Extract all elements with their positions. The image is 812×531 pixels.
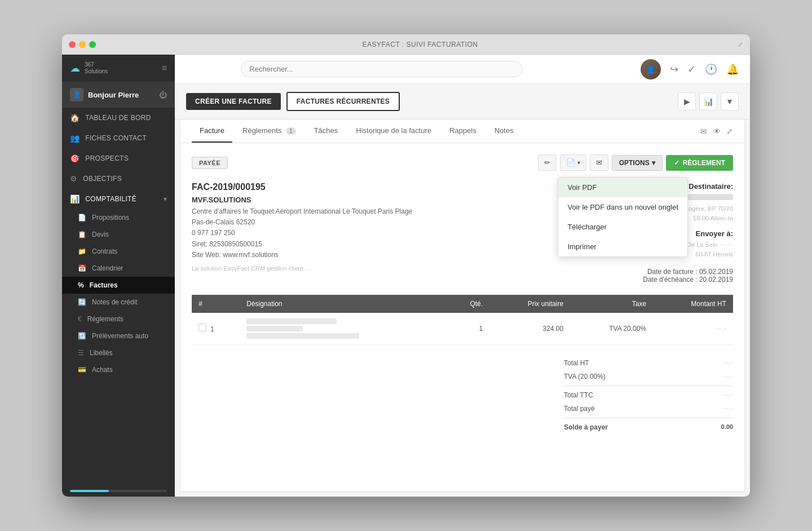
window-controls: [69, 41, 96, 48]
dropdown-voir-pdf[interactable]: Voir PDF: [558, 178, 687, 197]
tab-taches[interactable]: Tâches: [306, 120, 346, 143]
prelevements-icon: 🔃: [78, 332, 86, 340]
sidebar-item-prelevements[interactable]: 🔃 Prélèvements auto: [62, 328, 175, 344]
clock-icon[interactable]: 🕐: [705, 63, 717, 76]
col-designation: Désignation: [240, 295, 447, 313]
contrats-icon: 📁: [78, 247, 86, 255]
nav-section: 🏠 TABLEAU DE BORD 👥 FICHES CONTACT 🎯 PRO…: [62, 107, 175, 209]
tab-historique[interactable]: Historique de la facture: [348, 120, 439, 143]
total-divider2: [564, 418, 733, 418]
pdf-dropdown-button[interactable]: 📄 ▾: [560, 154, 586, 171]
sidebar-item-fiches-contact[interactable]: 👥 FICHES CONTACT: [62, 128, 175, 148]
sidebar-item-reglements[interactable]: € Réglements: [62, 311, 175, 328]
topbar-icons: 👤 ↪ ✓ 🕐 🔔: [641, 59, 739, 79]
libelles-icon: ☰: [78, 349, 84, 357]
toolbar: CRÉER UNE FACTURE FACTURES RÉCURRENTES ▶…: [175, 84, 750, 120]
row-taxe: TVA 20.00%: [570, 313, 653, 345]
user-avatar-icon: 👤: [70, 88, 83, 101]
chart-icon-btn[interactable]: 📊: [699, 92, 717, 110]
edit-button[interactable]: ✏: [538, 154, 557, 171]
reglement-button[interactable]: ✓ RÈGLEMENT: [666, 155, 733, 171]
sidebar-item-objectifs[interactable]: ⚙ OBJECTIFS: [62, 169, 175, 189]
arrow-icon-btn[interactable]: ▶: [678, 92, 696, 110]
hamburger-icon[interactable]: ≡: [162, 63, 167, 73]
recurrent-invoice-button[interactable]: FACTURES RÉCURRENTES: [286, 92, 400, 111]
table-body: 1 1 324.00 TVA 20.00%: [192, 313, 733, 345]
sidebar-item-tableau-de-bord[interactable]: 🏠 TABLEAU DE BORD: [62, 108, 175, 128]
row-checkbox[interactable]: [198, 324, 206, 331]
total-paye-label: Total payé: [564, 405, 595, 413]
bell-icon[interactable]: 🔔: [726, 63, 739, 76]
tva-value: ··.··: [725, 373, 733, 380]
avatar: 👤: [641, 59, 661, 79]
actions-right: ✏ 📄 ▾ ✉ OPTIONS ▾ ✓: [538, 154, 733, 171]
status-badge: PAYÉE: [192, 157, 228, 169]
sidebar-item-calendrier[interactable]: 📅 Calendrier: [62, 260, 175, 277]
close-dot[interactable]: [69, 41, 76, 48]
row-montant: ···.··: [653, 313, 733, 345]
sidebar-item-factures[interactable]: % Factures: [62, 277, 175, 294]
share-icon[interactable]: ↪: [670, 63, 678, 76]
total-ht-row: Total HT ···.··: [564, 356, 733, 370]
tva-row: TVA (20.00%) ··.··: [564, 370, 733, 383]
tab-facture[interactable]: Facture: [192, 120, 232, 143]
devis-icon: 📋: [78, 231, 86, 238]
total-divider: [564, 386, 733, 386]
sidebar-logo: ☁ 367 Solutions: [70, 61, 108, 75]
company-website: Site Web: www.mvf.solutions: [192, 250, 564, 260]
solde-value: 0.00: [721, 423, 733, 431]
dropdown-telecharger[interactable]: Télécharger: [558, 217, 687, 237]
expand-tab-icon[interactable]: ⤢: [726, 127, 733, 136]
options-button[interactable]: OPTIONS ▾: [612, 155, 663, 171]
total-ht-label: Total HT: [564, 359, 589, 367]
tab-icons: ✉ 👁 ⤢: [700, 127, 733, 136]
sidebar-item-comptabilite[interactable]: 📊 COMPTABILITÉ: [62, 189, 175, 209]
invoice-panel: Facture Règlements 1 Tâches Historique d…: [180, 120, 744, 491]
pdf-dropdown-menu: Voir PDF Voir le PDF dans un nouvel ongl…: [558, 177, 688, 257]
col-taxe: Taxe: [570, 295, 653, 313]
solde-label: Solde à payer: [564, 423, 608, 431]
sidebar-item-contrats[interactable]: 📁 Contrats: [62, 243, 175, 260]
sidebar-item-achats[interactable]: 💳 Achats: [62, 361, 175, 378]
total-paye-row: Total payé ···.··: [564, 402, 733, 415]
email-button[interactable]: ✉: [590, 154, 608, 171]
create-invoice-button[interactable]: CRÉER UNE FACTURE: [186, 93, 281, 110]
logo-text: 367 Solutions: [85, 61, 108, 75]
email-tab-icon[interactable]: ✉: [700, 127, 707, 136]
progress-bar: [70, 490, 167, 492]
tab-reglements[interactable]: Règlements 1: [235, 120, 304, 143]
reglements-nav-icon: €: [78, 315, 82, 323]
power-icon[interactable]: ⏻: [159, 90, 167, 99]
sidebar-item-propositions[interactable]: 📄 Propositions: [62, 209, 175, 226]
col-qty: Qté.: [447, 295, 489, 313]
col-montant: Montant HT: [653, 295, 733, 313]
col-num: #: [192, 295, 240, 313]
sidebar-item-notes-de-credit[interactable]: 🔄 Notes de crédit: [62, 294, 175, 311]
user-info: 👤 Bonjour Pierre: [70, 88, 139, 101]
expand-icon[interactable]: ⤢: [738, 41, 743, 48]
invoice-actions: PAYÉE ✏ 📄 ▾ ✉ OPTIONS ▾: [192, 154, 733, 171]
main-content: 👤 ↪ ✓ 🕐 🔔 CRÉER UNE FACTURE FACTURES RÉC…: [175, 55, 750, 497]
company-address1: Centre d'affaires le Touquet Aéroport In…: [192, 206, 564, 217]
total-paye-value: ···.··: [723, 405, 733, 413]
filter-icon-btn[interactable]: ▼: [721, 92, 739, 110]
tab-rappels[interactable]: Rappels: [442, 120, 484, 143]
search-input[interactable]: [241, 61, 523, 77]
solde-row: Solde à payer 0.00: [564, 421, 733, 434]
check-icon[interactable]: ✓: [687, 63, 696, 76]
eye-tab-icon[interactable]: 👁: [713, 127, 721, 136]
dropdown-imprimer[interactable]: Imprimer: [558, 237, 687, 256]
sidebar-item-devis[interactable]: 📋 Devis: [62, 226, 175, 243]
sidebar-item-libelles[interactable]: ☰ Libellés: [62, 344, 175, 361]
invoice-from: FAC-2019/000195 MVF.SOLUTIONS Centre d'a…: [192, 182, 564, 284]
invoice-number: FAC-2019/000195: [192, 182, 564, 192]
titlebar: EASYFACT : SUIVI FACTURATION ⤢: [62, 34, 750, 55]
sidebar-item-prospects[interactable]: 🎯 PROSPECTS: [62, 148, 175, 169]
date-facture: Date de facture : 05.02.2019: [564, 268, 733, 276]
dropdown-voir-pdf-onglet[interactable]: Voir le PDF dans un nouvel onglet: [558, 197, 687, 217]
company-siret: Siret: 82530850500015: [192, 239, 564, 250]
row-prix: 324.00: [489, 313, 570, 345]
minimize-dot[interactable]: [79, 41, 86, 48]
maximize-dot[interactable]: [89, 41, 96, 48]
tab-notes[interactable]: Notes: [487, 120, 522, 143]
